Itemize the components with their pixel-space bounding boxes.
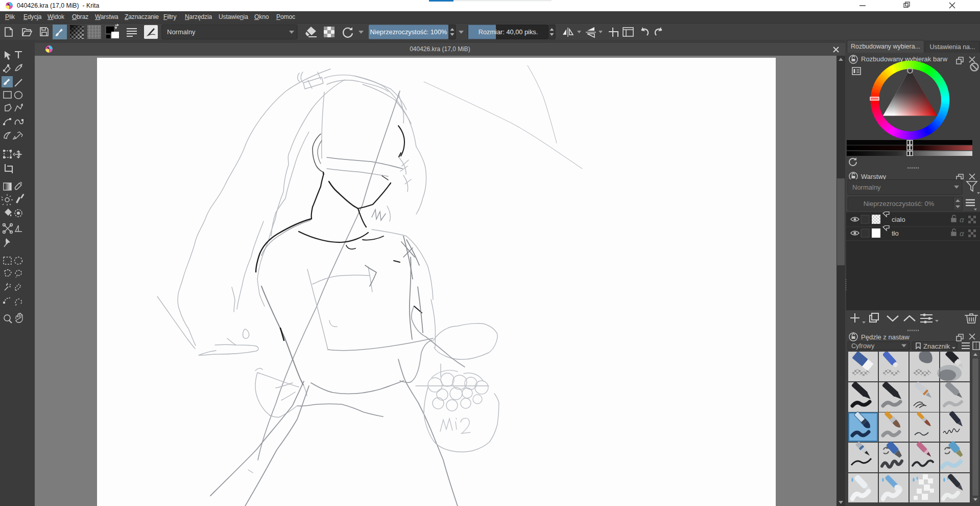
svg-text:tło: tło [892, 229, 899, 237]
svg-text:Rozmiar: 40,00 piks.: Rozmiar: 40,00 piks. [479, 28, 538, 36]
svg-text:Cyfrowy: Cyfrowy [851, 342, 875, 350]
svg-text:cialo: cialo [892, 216, 905, 223]
svg-text:Warstwy: Warstwy [861, 173, 887, 180]
svg-text:α: α [960, 229, 964, 238]
svg-text:Nieprzezroczystość: 100%: Nieprzezroczystość: 100% [370, 28, 447, 36]
svg-text:Nieprzezroczystość: 0%: Nieprzezroczystość: 0% [864, 200, 935, 208]
svg-text:Normalny: Normalny [852, 183, 881, 191]
svg-text:Znacznik: Znacznik [923, 342, 950, 350]
svg-text:Pędzle z nastaw: Pędzle z nastaw [861, 333, 910, 341]
svg-text:Normalny: Normalny [167, 28, 196, 36]
svg-text:α: α [960, 215, 964, 224]
